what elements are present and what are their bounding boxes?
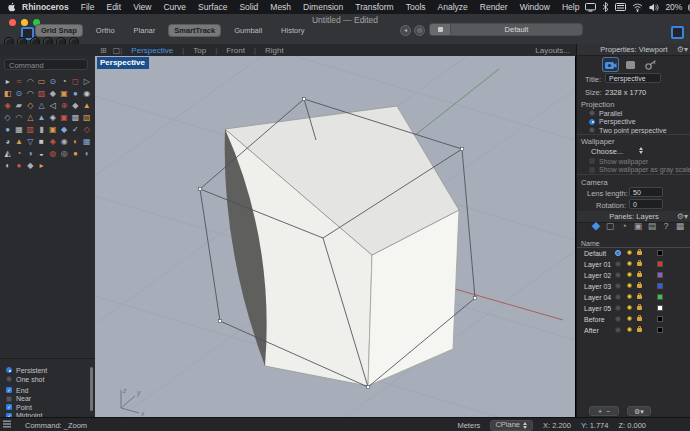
layer-row[interactable]: Layer 04	[577, 292, 690, 303]
tool-icon[interactable]: ▭	[36, 76, 47, 88]
menu-item[interactable]: File	[75, 2, 101, 12]
rendering-tab-icon[interactable]: ▣	[633, 221, 643, 231]
cplane-dropdown[interactable]: CPlane	[490, 420, 533, 431]
volume-icon[interactable]	[649, 3, 659, 12]
layer-color-swatch[interactable]	[657, 261, 663, 267]
status-grid-icon[interactable]	[3, 420, 11, 430]
tool-icon[interactable]: ⊙	[47, 76, 58, 88]
app-name[interactable]: Rhinoceros	[16, 2, 75, 12]
menu-item[interactable]: Surface	[192, 2, 233, 12]
command-input[interactable]: Command	[4, 59, 88, 70]
tool-icon[interactable]: ▥	[25, 124, 36, 136]
tool-icon[interactable]: ■	[36, 136, 47, 148]
tool-icon[interactable]: ◻	[70, 76, 81, 88]
osnap-check-row[interactable]: ✓End	[6, 386, 28, 394]
tool-icon[interactable]: ⊕	[58, 100, 69, 112]
viewport-tab-front[interactable]: Front	[217, 46, 254, 55]
tool-icon[interactable]: ▮	[36, 124, 47, 136]
toolbar-button-smarttrack[interactable]: SmartTrack	[169, 25, 220, 36]
tool-icon[interactable]: ◇	[81, 124, 92, 136]
layer-visibility-bulb-icon[interactable]	[627, 283, 632, 288]
layer-color-swatch[interactable]	[657, 283, 663, 289]
toolbar-button-planar[interactable]: Planar	[129, 25, 161, 36]
tool-icon[interactable]: ▸	[36, 160, 47, 172]
wallpaper-option[interactable]: Show wallpaper as gray scale	[589, 166, 690, 174]
layer-visibility-bulb-icon[interactable]	[627, 316, 632, 321]
help-tab-icon[interactable]: ?	[661, 221, 671, 231]
tool-icon[interactable]: ▧	[81, 112, 92, 124]
tool-icon[interactable]: ●	[13, 160, 24, 172]
current-layer-radio[interactable]	[615, 272, 621, 278]
menu-item[interactable]: Dimension	[297, 2, 349, 12]
tool-icon[interactable]: ●	[70, 88, 81, 100]
menu-item[interactable]: Solid	[233, 2, 264, 12]
tool-icon[interactable]: ▽	[25, 136, 36, 148]
layers-tab-icon[interactable]: ◆	[591, 219, 601, 232]
bluetooth-icon[interactable]	[602, 2, 609, 12]
tool-icon[interactable]: ◇	[25, 100, 36, 112]
lens-length-field[interactable]: 50	[629, 187, 663, 197]
tool-icon[interactable]: ◈	[2, 100, 13, 112]
layer-row[interactable]: Default	[577, 248, 690, 259]
radio-icon[interactable]	[6, 367, 12, 373]
wallpaper-choose-button[interactable]: Choose...	[591, 147, 623, 156]
tool-icon[interactable]: ◔	[13, 148, 24, 160]
tool-icon[interactable]: ▷	[81, 76, 92, 88]
layer-lock-icon[interactable]	[637, 317, 642, 321]
tool-icon[interactable]: ≈	[13, 76, 24, 88]
tool-icon[interactable]: ◠	[13, 112, 24, 124]
menu-item[interactable]: Edit	[100, 2, 127, 12]
osnap-radio-row[interactable]: One shot	[6, 375, 44, 383]
tool-icon[interactable]: ▩	[70, 112, 81, 124]
layer-lock-icon[interactable]	[637, 306, 642, 310]
current-layer-radio[interactable]	[615, 327, 621, 333]
layer-lock-icon[interactable]	[637, 328, 642, 332]
tool-icon[interactable]: ◈	[47, 112, 58, 124]
display-icon[interactable]	[585, 3, 596, 12]
menu-item[interactable]: Tools	[400, 2, 432, 12]
tool-icon[interactable]: ▲	[13, 136, 24, 148]
tool-icon[interactable]: ◎	[58, 148, 69, 160]
undo-view-icon[interactable]: ◂	[400, 25, 411, 36]
current-layer-radio[interactable]	[615, 250, 621, 256]
tool-icon[interactable]: ◒	[36, 148, 47, 160]
layer-row[interactable]: Layer 03	[577, 281, 690, 292]
maximize-view-icon[interactable]: ▢	[113, 46, 121, 55]
viewport-title-badge[interactable]: Perspective	[97, 57, 149, 69]
layer-visibility-bulb-icon[interactable]	[627, 294, 632, 299]
tool-icon[interactable]: ✓	[70, 124, 81, 136]
layer-visibility-bulb-icon[interactable]	[627, 272, 632, 277]
tool-icon[interactable]: ▨	[36, 88, 47, 100]
layer-visibility-bulb-icon[interactable]	[627, 261, 632, 266]
command-echo[interactable]: Command: _Zoom	[25, 421, 87, 430]
choose-stepper-icon[interactable]	[639, 147, 644, 154]
tool-icon[interactable]: △	[36, 100, 47, 112]
tool-icon[interactable]: ◭	[2, 148, 13, 160]
menu-item[interactable]: Curve	[157, 2, 192, 12]
notes-tab-icon[interactable]: ▢	[605, 221, 615, 231]
menu-item[interactable]: Analyze	[432, 2, 474, 12]
menu-item[interactable]: Transform	[349, 2, 399, 12]
current-layer-radio[interactable]	[615, 294, 621, 300]
tool-icon[interactable]: ◆	[58, 124, 69, 136]
tool-icon[interactable]: ●	[70, 148, 81, 160]
cube-object[interactable]	[225, 106, 459, 386]
tool-icon[interactable]: ◁	[47, 100, 58, 112]
layer-visibility-bulb-icon[interactable]	[627, 327, 632, 332]
menu-item[interactable]: Window	[514, 2, 556, 12]
menu-item[interactable]: Help	[556, 2, 585, 12]
tool-icon[interactable]: ◈	[47, 136, 58, 148]
panel-toggle-icon[interactable]	[671, 26, 684, 39]
menu-item[interactable]: Mesh	[264, 2, 297, 12]
menu-item[interactable]: View	[127, 2, 157, 12]
tool-icon[interactable]: ▣	[58, 88, 69, 100]
layer-color-swatch[interactable]	[657, 294, 663, 300]
tool-icon[interactable]: ◍	[47, 148, 58, 160]
checkbox-icon[interactable]	[6, 396, 12, 402]
toolbar-button-gumball[interactable]: Gumball	[229, 25, 267, 36]
menu-item[interactable]: Render	[474, 2, 514, 12]
tool-icon[interactable]: ◠	[25, 88, 36, 100]
current-layer-radio[interactable]	[615, 261, 621, 267]
tool-icon[interactable]: △	[25, 112, 36, 124]
layer-color-swatch[interactable]	[657, 316, 663, 322]
